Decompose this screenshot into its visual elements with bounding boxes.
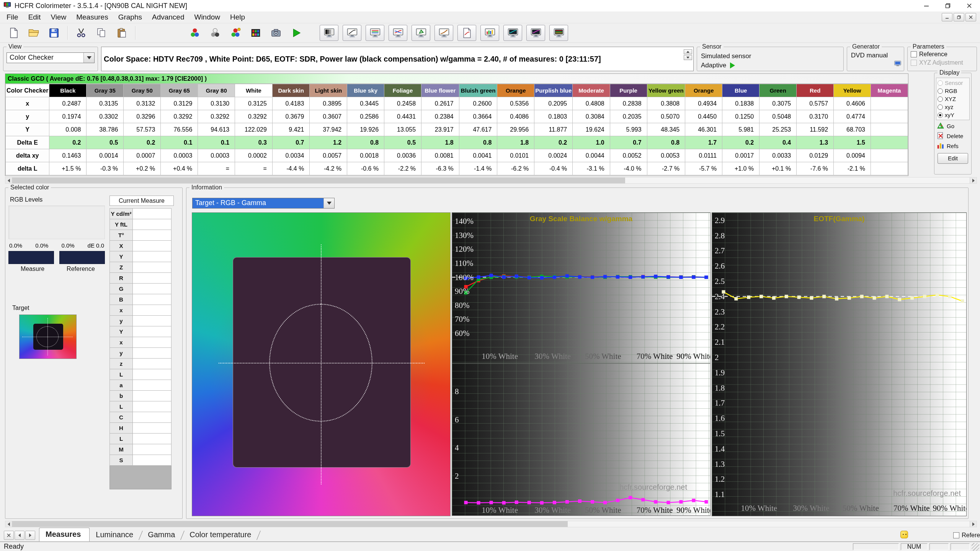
tab-measures[interactable]: Measures [39, 528, 90, 542]
scrollbar-thumb[interactable] [12, 178, 625, 183]
parameters-groupbox: Parameters Reference XYZ Adjustment [907, 47, 977, 71]
toolbar-button-report-view[interactable] [457, 25, 476, 41]
toolbar-button-composite-view[interactable] [549, 25, 568, 41]
sensor-start-icon[interactable] [730, 62, 735, 68]
radio-rgb[interactable]: RGB [938, 88, 968, 94]
delete-button[interactable]: Delete [936, 130, 970, 140]
refs-button[interactable]: Refs [936, 140, 970, 150]
scrollbar-track[interactable] [12, 178, 970, 183]
table-cell: 94.613 [198, 123, 235, 136]
toolbar-button-histogram-view[interactable] [480, 25, 499, 41]
measure-row: x [110, 337, 172, 348]
status-message: Ready [4, 543, 24, 551]
tab-scroll-left-button[interactable] [15, 531, 24, 540]
menu-view[interactable]: View [46, 12, 71, 23]
radio-xyy[interactable]: xyY [938, 112, 968, 118]
measure-row-value [133, 241, 172, 251]
table-cell: -3.1 % [573, 162, 610, 175]
toolbar-button-save[interactable] [46, 25, 62, 41]
chevron-down-icon[interactable] [323, 198, 334, 208]
measure-grayscale-icon [209, 27, 221, 39]
toolbar-button-new-document[interactable] [5, 25, 21, 41]
eotf-gamma-chart[interactable]: 2.92.82.72.62.52.42.32.22.121.91.81.71.6… [712, 212, 967, 516]
minimize-button[interactable] [916, 0, 937, 11]
menu-edit[interactable]: Edit [23, 12, 46, 23]
toolbar-button-open-folder[interactable] [26, 25, 42, 41]
scroll-left-button[interactable] [5, 178, 12, 183]
menu-graphs[interactable]: Graphs [113, 12, 147, 23]
chevron-down-icon[interactable] [83, 53, 94, 63]
tab-close-button[interactable] [4, 531, 14, 540]
toolbar-button-paste[interactable] [114, 25, 130, 41]
luminance-view-icon [438, 27, 450, 39]
menu-file[interactable]: File [2, 12, 23, 23]
x-axis-tick: 50% White [585, 505, 621, 515]
spinner-up-button[interactable] [684, 49, 692, 54]
radio-icon [938, 80, 943, 86]
toolbar-button-copy[interactable] [93, 25, 109, 41]
grayscale-balance-chart[interactable]: 140%130%120%110%100%90%80%70%60%10% Whit… [452, 212, 710, 364]
table-cell: 0.1250 [722, 110, 760, 123]
spinner-down-button[interactable] [684, 55, 692, 60]
table-horizontal-scrollbar[interactable] [5, 177, 977, 184]
table-cell: 0.0111 [685, 149, 722, 162]
y-axis-tick: 1.5 [715, 429, 725, 438]
tab-scroll-right-button[interactable] [25, 531, 35, 540]
toolbar-button-measure-free[interactable] [187, 25, 203, 41]
toolbar-button-curve-cyan-view[interactable] [503, 25, 522, 41]
main-horizontal-scrollbar[interactable] [5, 521, 977, 527]
scrollbar-thumb[interactable] [12, 521, 568, 527]
scroll-right-button[interactable] [970, 178, 977, 183]
mdi-restore-button[interactable] [954, 13, 964, 21]
x-axis-tick: 70% White [893, 504, 930, 513]
edit-button[interactable]: Edit [938, 153, 968, 164]
toolbar-button-cut[interactable] [73, 25, 89, 41]
toolbar-button-capture[interactable] [268, 25, 284, 41]
scroll-left-button[interactable] [5, 521, 12, 527]
tab-color-temperature[interactable]: Color temperature [183, 528, 260, 541]
cie-color-diagram[interactable] [192, 212, 451, 516]
tab-luminance[interactable]: Luminance [90, 528, 142, 541]
view-mode-dropdown[interactable]: Color Checker [7, 52, 95, 63]
menu-help[interactable]: Help [225, 12, 250, 23]
scroll-right-button[interactable] [970, 521, 977, 527]
toolbar-button-run-measures[interactable] [288, 25, 304, 41]
resize-grip[interactable] [972, 543, 979, 551]
target-color-thumbnail[interactable] [19, 315, 77, 359]
toolbar-button-measure-primaries[interactable] [227, 25, 243, 41]
menu-window[interactable]: Window [189, 12, 225, 23]
x-axis-tick: 70% White [637, 505, 673, 515]
toolbar-button-cie-diagram-view[interactable] [412, 25, 430, 41]
delta-e-chart[interactable]: 864210% White30% White50% White70% White… [452, 363, 710, 516]
generator-config-icon[interactable] [894, 60, 902, 69]
composite-view-icon [553, 27, 565, 39]
toolbar-button-rgb-levels-view[interactable] [366, 25, 384, 41]
toolbar-button-measure-colorchecker[interactable] [248, 25, 264, 41]
y-axis-tick: 1.3 [715, 460, 725, 469]
measure-row: S [110, 455, 172, 466]
toolbar-button-gamma-view[interactable] [343, 25, 361, 41]
table-cell: 0.2035 [610, 110, 647, 123]
radio-xyz[interactable]: xyz [938, 104, 968, 110]
reference-display-checkbox[interactable]: Reference [953, 532, 980, 539]
toolbar-button-luminance-view[interactable] [434, 25, 453, 41]
tab-gamma[interactable]: Gamma [142, 528, 183, 541]
toolbar-button-color-temperature-view[interactable] [389, 25, 407, 41]
information-view-dropdown[interactable]: Target - RGB - Gamma [192, 198, 335, 209]
toolbar-button-measure-grayscale[interactable] [207, 25, 223, 41]
go-button[interactable]: Go [936, 120, 970, 130]
toolbar-button-grayscale-view[interactable] [320, 25, 338, 41]
menu-measures[interactable]: Measures [71, 12, 113, 23]
menu-advanced[interactable]: Advanced [147, 12, 189, 23]
mdi-minimize-button[interactable] [942, 13, 952, 21]
toolbar-button-curve-magenta-view[interactable] [526, 25, 545, 41]
scrollbar-track[interactable] [12, 521, 970, 527]
y-axis-tick: 120% [455, 245, 474, 254]
restore-button[interactable] [937, 0, 959, 11]
table-cell: 0.3607 [310, 110, 347, 123]
close-button[interactable] [959, 0, 980, 11]
radio-xyz[interactable]: XYZ [938, 96, 968, 102]
mdi-close-button[interactable] [965, 13, 976, 21]
table-cell: 0.2600 [459, 97, 497, 110]
reference-parameter-checkbox[interactable]: Reference [911, 51, 973, 58]
